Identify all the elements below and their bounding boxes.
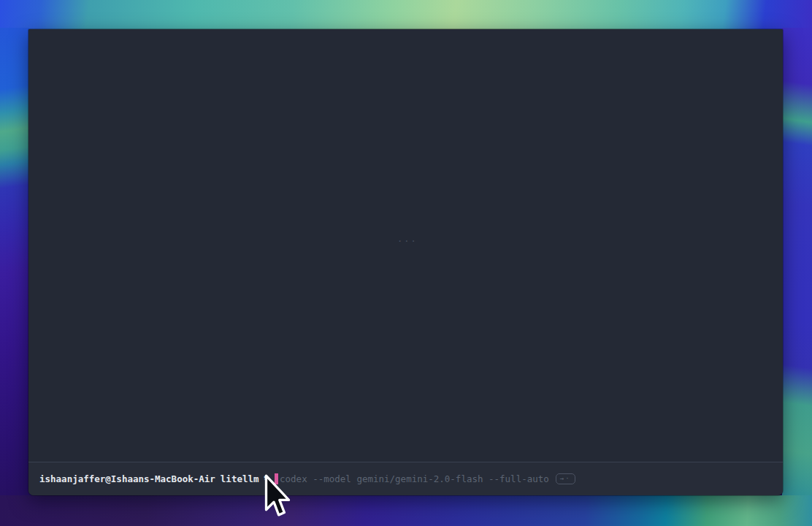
terminal-prompt-bar[interactable]: ishaanjaffer@Ishaans-MacBook-Air litellm… bbox=[28, 462, 783, 495]
terminal-output: ... bbox=[28, 29, 783, 462]
desktop: ... ishaanjaffer@Ishaans-MacBook-Air lit… bbox=[0, 0, 812, 526]
loading-ellipsis: ... bbox=[397, 234, 418, 244]
prompt-user-host: ishaanjaffer@Ishaans-MacBook-Air bbox=[39, 462, 215, 495]
wallpaper-left-strip bbox=[0, 28, 29, 497]
prompt-cwd: litellm bbox=[221, 462, 259, 495]
autosuggestion-text: codex --model gemini/gemini-2.0-flash --… bbox=[280, 462, 549, 495]
mouse-cursor bbox=[264, 474, 291, 519]
wallpaper-right-strip bbox=[782, 28, 812, 497]
wallpaper-top-strip bbox=[0, 0, 812, 29]
wallpaper-bottom-strip bbox=[0, 495, 812, 526]
terminal-window[interactable]: ... ishaanjaffer@Ishaans-MacBook-Air lit… bbox=[28, 29, 783, 495]
tab-hint-badge: →· bbox=[556, 473, 575, 484]
